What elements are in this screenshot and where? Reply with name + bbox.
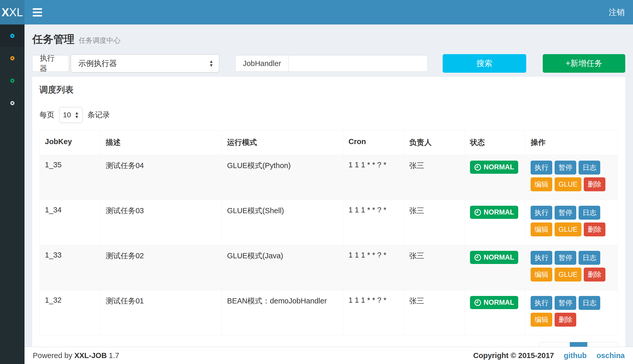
app-logo-light: XL <box>9 6 23 19</box>
cell-actions: 执行 暂停 日志 编辑 GLUE 删除 <box>525 155 618 200</box>
sidebar-item-1[interactable] <box>0 47 25 69</box>
main-footer: Powered byXXL-JOB1.7 Copyright © 2015-20… <box>25 347 633 364</box>
column-header-actions: 操作 <box>525 130 618 155</box>
cell-status: NORMAL <box>465 200 525 245</box>
sidebar <box>0 24 25 364</box>
pause-button[interactable]: 暂停 <box>555 296 576 310</box>
jobhandler-input[interactable] <box>288 55 428 72</box>
cell-status: NORMAL <box>465 245 525 290</box>
log-button[interactable]: 日志 <box>579 161 600 175</box>
logout-link[interactable]: 注销 <box>609 7 625 18</box>
cell-jobkey: 1_34 <box>40 200 100 245</box>
cell-owner: 张三 <box>404 200 465 245</box>
page-size-prefix: 每页 <box>39 110 54 120</box>
copyright-text: Copyright © 2015-2017 <box>473 351 554 360</box>
sidebar-item-2[interactable] <box>0 69 25 92</box>
cell-mode: GLUE模式(Python) <box>222 155 343 200</box>
cell-desc: 测试任务03 <box>100 200 222 245</box>
page-size-suffix: 条记录 <box>87 110 110 120</box>
edit-button[interactable]: 编辑 <box>531 268 552 282</box>
column-header-status: 状态 <box>465 130 525 155</box>
run-button[interactable]: 执行 <box>531 206 552 220</box>
jobhandler-group: JobHandler <box>235 55 427 72</box>
pause-button[interactable]: 暂停 <box>555 161 576 175</box>
cell-jobkey: 1_33 <box>40 245 100 290</box>
cell-mode: GLUE模式(Java) <box>222 245 343 290</box>
status-badge: NORMAL <box>470 161 518 174</box>
status-badge: NORMAL <box>470 206 518 219</box>
clock-icon <box>474 254 481 261</box>
page-subtitle: 任务调度中心 <box>79 36 120 45</box>
updown-arrows-icon: ▲▼ <box>209 60 214 67</box>
cell-cron: 1 1 1 * * ? * <box>343 245 404 290</box>
delete-button[interactable]: 删除 <box>555 313 576 327</box>
app-logo-bold: X <box>2 6 9 19</box>
add-job-button[interactable]: +新增任务 <box>543 54 625 73</box>
log-button[interactable]: 日志 <box>579 206 600 220</box>
column-header-desc: 描述 <box>100 130 222 155</box>
sidebar-item-0[interactable] <box>0 24 25 47</box>
circle-icon <box>10 101 14 105</box>
column-header-owner: 负责人 <box>404 130 465 155</box>
delete-button[interactable]: 删除 <box>584 177 605 191</box>
edit-button[interactable]: 编辑 <box>531 313 552 327</box>
oschina-link[interactable]: oschina <box>596 351 625 360</box>
cell-status: NORMAL <box>465 290 525 335</box>
run-button[interactable]: 执行 <box>531 161 552 175</box>
table-row: 1_32 测试任务01 BEAN模式：demoJobHandler 1 1 1 … <box>40 290 618 335</box>
cell-actions: 执行 暂停 日志 编辑 GLUE 删除 <box>525 200 618 245</box>
glue-button[interactable]: GLUE <box>555 222 581 236</box>
cell-jobkey: 1_32 <box>40 290 100 335</box>
github-link[interactable]: github <box>564 351 587 360</box>
updown-arrows-icon: ▲▼ <box>75 111 79 119</box>
pause-button[interactable]: 暂停 <box>555 251 576 265</box>
cell-desc: 测试任务04 <box>100 155 222 200</box>
cell-cron: 1 1 1 * * ? * <box>343 290 404 335</box>
cell-status: NORMAL <box>465 155 525 200</box>
cell-actions: 执行 暂停 日志 编辑 GLUE 删除 <box>525 245 618 290</box>
page-size-value: 10 <box>63 111 71 119</box>
clock-icon <box>474 164 481 171</box>
navbar-main: 注销 <box>25 0 633 24</box>
cell-owner: 张三 <box>404 245 465 290</box>
status-badge: NORMAL <box>470 296 518 309</box>
clock-icon <box>474 209 481 216</box>
run-button[interactable]: 执行 <box>531 251 552 265</box>
pause-button[interactable]: 暂停 <box>555 206 576 220</box>
status-badge: NORMAL <box>470 251 518 264</box>
powered-by-text: Powered byXXL-JOB1.7 <box>33 351 119 360</box>
edit-button[interactable]: 编辑 <box>531 177 552 191</box>
top-navbar: XXL 注销 <box>0 0 633 24</box>
log-button[interactable]: 日志 <box>579 296 600 310</box>
glue-button[interactable]: GLUE <box>555 268 581 282</box>
panel-title: 调度列表 <box>39 84 618 96</box>
column-header-jobkey: JobKey <box>40 130 100 155</box>
cell-cron: 1 1 1 * * ? * <box>343 200 404 245</box>
cell-cron: 1 1 1 * * ? * <box>343 155 404 200</box>
circle-icon <box>10 34 14 38</box>
search-button[interactable]: 搜索 <box>443 54 526 73</box>
cell-desc: 测试任务01 <box>100 290 222 335</box>
page-title: 任务管理 <box>32 32 75 46</box>
executor-select-value: 示例执行器 <box>78 58 117 69</box>
app-logo[interactable]: XXL <box>0 0 25 24</box>
log-button[interactable]: 日志 <box>579 251 600 265</box>
edit-button[interactable]: 编辑 <box>531 222 552 236</box>
glue-button[interactable]: GLUE <box>555 177 581 191</box>
schedule-list-panel: 调度列表 每页 10 ▲▼ 条记录 JobKey 描述 运行模式 <box>32 77 625 364</box>
table-row: 1_34 测试任务03 GLUE模式(Shell) 1 1 1 * * ? * … <box>40 200 618 245</box>
page-size-select[interactable]: 10 ▲▼ <box>59 107 83 123</box>
table-row: 1_33 测试任务02 GLUE模式(Java) 1 1 1 * * ? * 张… <box>40 245 618 290</box>
delete-button[interactable]: 删除 <box>584 222 605 236</box>
jobhandler-label: JobHandler <box>235 55 288 72</box>
circle-icon <box>10 79 14 83</box>
table-row: 1_35 测试任务04 GLUE模式(Python) 1 1 1 * * ? *… <box>40 155 618 200</box>
hamburger-icon[interactable] <box>33 8 42 16</box>
table-header-row: JobKey 描述 运行模式 Cron 负责人 状态 操作 <box>40 130 618 155</box>
delete-button[interactable]: 删除 <box>584 268 605 282</box>
circle-icon <box>10 56 14 60</box>
run-button[interactable]: 执行 <box>531 296 552 310</box>
executor-select[interactable]: 示例执行器 ▲▼ <box>71 54 219 72</box>
content-header: 任务管理 任务调度中心 <box>25 24 633 51</box>
sidebar-item-3[interactable] <box>0 92 25 114</box>
